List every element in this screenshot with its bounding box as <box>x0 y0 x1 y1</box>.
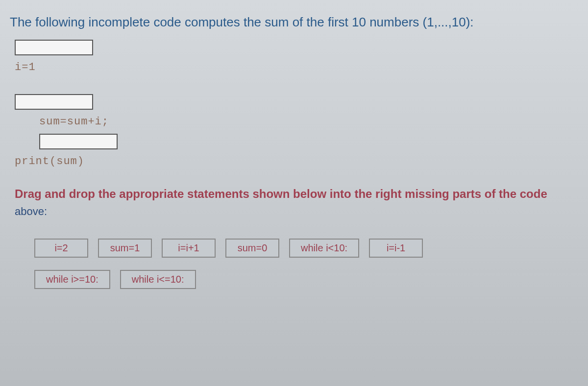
option-while-lte-10[interactable]: while i<=10: <box>120 270 196 289</box>
options-area: i=2 sum=1 i=i+1 sum=0 while i<10: i=i-1 … <box>0 224 588 306</box>
question-prompt: The following incomplete code computes t… <box>0 0 588 40</box>
option-i-equals-2[interactable]: i=2 <box>34 239 88 258</box>
option-while-gte-10[interactable]: while i>=10: <box>34 270 110 289</box>
instruction-sub: above: <box>15 204 573 219</box>
option-i-minus-1[interactable]: i=i-1 <box>369 239 423 258</box>
instruction: Drag and drop the appropriate statements… <box>0 178 588 224</box>
drop-slot-1[interactable] <box>15 40 93 55</box>
option-i-plus-1[interactable]: i=i+1 <box>162 239 216 258</box>
code-line-3: print(sum) <box>15 155 578 168</box>
instruction-main: Drag and drop the appropriate statements… <box>15 187 547 200</box>
code-block: i=1 sum=sum+i; print(sum) <box>0 40 588 178</box>
options-row-1: i=2 sum=1 i=i+1 sum=0 while i<10: i=i-1 <box>34 239 573 258</box>
option-sum-equals-0[interactable]: sum=0 <box>225 239 279 258</box>
option-while-lt-10[interactable]: while i<10: <box>289 239 359 258</box>
option-sum-equals-1[interactable]: sum=1 <box>98 239 152 258</box>
code-line-2: sum=sum+i; <box>39 116 578 128</box>
options-row-2: while i>=10: while i<=10: <box>34 270 573 289</box>
drop-slot-3[interactable] <box>39 134 118 149</box>
code-line-1: i=1 <box>15 61 578 73</box>
drop-slot-2[interactable] <box>15 94 93 110</box>
